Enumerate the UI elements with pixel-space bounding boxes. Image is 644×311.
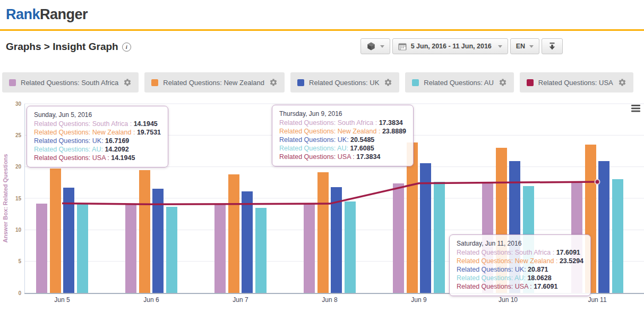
x-tick-label: Jun 11 <box>588 296 606 304</box>
tooltip-series-value: 17.3834 <box>356 153 380 161</box>
tooltip-title: Sunday, Jun 5, 2016 <box>34 111 161 119</box>
legend-item-au[interactable]: Related Questions: AU <box>405 72 514 93</box>
bar[interactable] <box>434 182 445 293</box>
tooltip-series-label: Related Questions: South Africa : <box>34 120 132 128</box>
legend-item-usa[interactable]: Related Questions: USA <box>520 72 633 93</box>
bar[interactable] <box>77 203 88 293</box>
logo-ranger: Ranger <box>40 6 88 22</box>
legend-swatch <box>412 79 419 86</box>
tooltip-row: Related Questions: UK: 20.5485 <box>279 136 406 144</box>
chart-tooltip-2: Thursday, Jun 9, 2016Related Questions: … <box>272 105 414 166</box>
date-range-button[interactable]: 5 Jun, 2016 - 11 Jun, 2016 <box>392 38 508 54</box>
tooltip-row: Related Questions: South Africa : 17.609… <box>457 248 583 257</box>
tooltip-series-value: 17.6091 <box>556 249 580 256</box>
tooltip-series-label: Related Questions: South Africa : <box>279 119 377 127</box>
tooltip-series-value: 20.871 <box>528 266 548 273</box>
tooltip-series-value: 14.2092 <box>105 146 128 153</box>
tooltip-row: Related Questions: New Zealand : 23.8889 <box>279 127 406 136</box>
bar[interactable] <box>228 174 239 293</box>
tooltip-series-label: Related Questions: AU: <box>279 145 348 152</box>
y-tick-label: 5 <box>18 258 21 264</box>
gear-icon[interactable] <box>269 78 278 87</box>
line-marker-dot[interactable] <box>595 180 600 184</box>
bar[interactable] <box>242 191 253 293</box>
tooltip-series-label: Related Questions: New Zealand : <box>34 129 135 136</box>
bar[interactable] <box>50 169 61 293</box>
tooltip-series-value: 23.5294 <box>560 257 583 265</box>
gear-icon[interactable] <box>499 78 507 87</box>
package-dropdown-button[interactable] <box>360 38 390 54</box>
legend-item-south-africa[interactable]: Related Questions: South Africa <box>2 72 139 93</box>
bar[interactable] <box>214 204 226 293</box>
tooltip-series-label: Related Questions: UK: <box>279 136 349 144</box>
y-tick-label: 20 <box>15 164 22 170</box>
tooltip-row: Related Questions: UK: 16.7169 <box>34 137 161 145</box>
bar[interactable] <box>393 183 404 293</box>
rankranger-logo[interactable]: RankRanger <box>6 6 88 23</box>
tooltip-series-value: 17.6091 <box>534 283 557 290</box>
tooltip-series-label: Related Questions: UK: <box>457 266 526 273</box>
info-icon[interactable]: i <box>122 43 131 52</box>
legend-label: Related Questions: South Africa <box>21 79 118 87</box>
toolbar: Graphs > Insight Graph i 5 Jun, 2016 - 1… <box>0 31 644 62</box>
tooltip-series-label: Related Questions: AU: <box>457 274 526 282</box>
tooltip-series-value: 19.7531 <box>137 129 161 136</box>
y-axis-title: Answer Box: Related Questions <box>2 154 8 243</box>
legend-swatch <box>527 79 534 86</box>
legend-swatch <box>151 79 158 86</box>
tooltip-series-label: Related Questions: USA : <box>34 154 109 162</box>
logo-rank: Rank <box>6 6 40 22</box>
bar[interactable] <box>166 207 177 293</box>
tooltip-row: Related Questions: South Africa : 14.194… <box>34 120 161 128</box>
y-tick-label: 15 <box>15 196 22 201</box>
chevron-down-icon <box>529 45 534 48</box>
tooltip-row: Related Questions: USA : 17.6091 <box>457 282 583 291</box>
tooltip-row: Related Questions: USA : 17.3834 <box>279 153 406 161</box>
page-title-text: Graphs > Insight Graph <box>6 41 118 53</box>
tooltip-row: Related Questions: New Zealand : 23.5294 <box>457 257 583 265</box>
tooltip-title: Saturday, Jun 11, 2016 <box>457 240 583 247</box>
legend-item-uk[interactable]: Related Questions: UK <box>290 72 399 93</box>
chart-legend: Related Questions: South AfricaRelated Q… <box>0 72 644 93</box>
legend-label: Related Questions: New Zealand <box>163 79 264 87</box>
bar[interactable] <box>612 179 623 293</box>
tooltip-row: Related Questions: AU: 14.2092 <box>34 145 161 154</box>
bar[interactable] <box>139 170 150 293</box>
bar[interactable] <box>304 204 315 293</box>
bar[interactable] <box>598 161 609 293</box>
tooltip-series-value: 17.3834 <box>379 119 403 127</box>
tooltip-title: Thursday, Jun 9, 2016 <box>279 110 406 117</box>
x-tick-label: Jun 10 <box>499 296 518 304</box>
download-button[interactable] <box>542 38 563 54</box>
x-tick-label: Jun 9 <box>411 296 427 304</box>
package-cube-icon <box>366 41 376 51</box>
bar[interactable] <box>36 204 47 293</box>
bar[interactable] <box>345 201 356 293</box>
gear-icon[interactable] <box>618 78 626 87</box>
app-header: RankRanger <box>0 0 644 29</box>
tooltip-series-label: Related Questions: UK: <box>34 137 104 145</box>
chart-tooltip-3: Saturday, Jun 11, 2016Related Questions:… <box>449 234 591 296</box>
x-tick-label: Jun 7 <box>233 296 248 304</box>
language-dropdown-button[interactable]: EN <box>510 38 539 54</box>
gear-icon[interactable] <box>384 78 392 87</box>
y-tick-label: 0 <box>18 290 21 296</box>
tooltip-row: Related Questions: UK: 20.871 <box>457 265 583 274</box>
tooltip-series-label: Related Questions: New Zealand : <box>279 128 380 135</box>
bar[interactable] <box>255 208 267 293</box>
chart-menu-icon[interactable] <box>631 105 640 112</box>
tooltip-series-value: 17.6085 <box>350 145 374 152</box>
bar[interactable] <box>317 172 329 293</box>
chevron-down-icon <box>498 45 502 48</box>
toolbar-buttons: 5 Jun, 2016 - 11 Jun, 2016 EN <box>360 38 563 54</box>
tooltip-series-value: 20.5485 <box>350 136 374 144</box>
bar[interactable] <box>125 205 136 293</box>
tooltip-series-label: Related Questions: South Africa : <box>457 249 554 256</box>
tooltip-series-value: 14.1945 <box>134 120 158 128</box>
insight-graph-chart: 051015202530Jun 5Jun 6Jun 7Jun 8Jun 9Jun… <box>0 98 644 311</box>
gear-icon[interactable] <box>123 78 132 87</box>
tooltip-row: Related Questions: South Africa : 17.383… <box>279 119 406 127</box>
tooltip-series-label: Related Questions: New Zealand : <box>457 257 557 265</box>
legend-item-new-zealand[interactable]: Related Questions: New Zealand <box>144 72 285 93</box>
tooltip-series-value: 23.8889 <box>382 128 406 135</box>
